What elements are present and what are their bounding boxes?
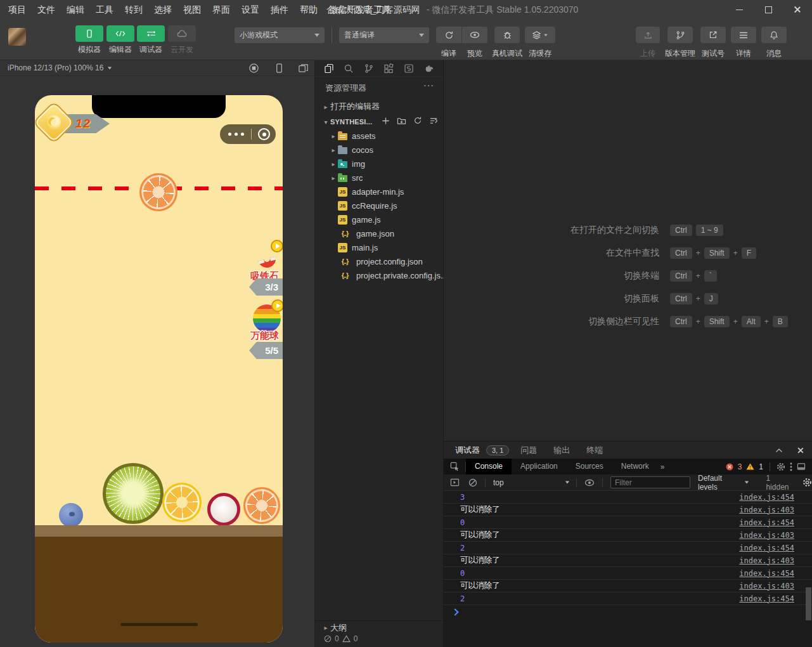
avatar[interactable] [8, 28, 26, 46]
source-link[interactable]: index.js:403 [739, 582, 794, 591]
maximize-button[interactable] [754, 0, 783, 19]
warning-count[interactable]: 1 [759, 462, 763, 471]
search-icon[interactable] [344, 63, 354, 74]
menu-item[interactable]: 文件 [32, 0, 61, 19]
kebab-menu-icon[interactable] [790, 462, 792, 471]
console-settings-gear-icon[interactable] [802, 478, 812, 487]
tree-file-row[interactable]: {..}game.json [315, 226, 443, 240]
phone-frame-icon[interactable] [274, 63, 285, 74]
compile-mode-select[interactable]: 普通编译 [339, 27, 429, 43]
new-file-icon[interactable] [382, 117, 390, 125]
tab-terminal[interactable]: 终端 [586, 445, 603, 456]
live-expression-eye-icon[interactable] [584, 479, 595, 487]
source-link[interactable]: index.js:454 [739, 569, 794, 578]
devtools-tab-application[interactable]: Application [512, 459, 567, 474]
minimize-button[interactable] [725, 0, 754, 19]
dock-side-icon[interactable] [797, 462, 806, 471]
tree-folder-row[interactable]: ▸cocos [315, 143, 443, 157]
multi-window-icon[interactable] [298, 63, 309, 74]
more-menu-button[interactable] [228, 133, 244, 136]
source-link[interactable]: index.js:403 [739, 556, 794, 565]
device-select[interactable]: iPhone 12/13 (Pro) 100% 16 [8, 63, 112, 72]
record-icon[interactable] [248, 63, 259, 74]
more-actions-icon[interactable]: ··· [423, 80, 434, 90]
game-mode-select[interactable]: 小游戏模式 [235, 27, 325, 43]
game-screen[interactable]: 12 [35, 95, 283, 643]
source-link[interactable]: index.js:454 [739, 493, 794, 502]
close-button[interactable] [783, 0, 812, 19]
tree-file-row[interactable]: JSmain.js [315, 240, 443, 254]
menu-item[interactable]: 设置 [236, 0, 265, 19]
tree-file-row[interactable]: {..}project.private.config.js... [315, 268, 443, 282]
extensions-icon[interactable] [383, 63, 394, 74]
tree-file-row[interactable]: {..}project.config.json [315, 254, 443, 268]
menu-item[interactable]: 项目 [3, 0, 32, 19]
test-account-button[interactable] [700, 27, 726, 43]
menu-item[interactable]: 转到 [119, 0, 148, 19]
devtools-tab-console[interactable]: Console [466, 459, 512, 474]
details-button[interactable] [731, 27, 756, 43]
devtools-tab-network[interactable]: Network [612, 459, 658, 474]
menu-item[interactable]: 插件 [265, 0, 294, 19]
cloud-dev-button[interactable]: 云开发 [167, 25, 197, 55]
tab-debugger[interactable]: 调试器 [455, 445, 480, 456]
tree-folder-row[interactable]: ▸img [315, 157, 443, 171]
upload-button[interactable] [636, 27, 660, 43]
version-control-button[interactable] [667, 27, 693, 43]
gear-icon[interactable] [777, 462, 785, 471]
menu-item[interactable]: 视图 [177, 0, 207, 19]
exit-target-button[interactable] [258, 128, 270, 140]
menu-item[interactable]: 界面 [207, 0, 236, 19]
menu-item[interactable]: 选择 [148, 0, 177, 19]
menu-item[interactable]: 工具 [90, 0, 119, 19]
source-link[interactable]: index.js:403 [739, 531, 794, 540]
panel-close-icon[interactable] [797, 447, 804, 454]
tab-problems[interactable]: 问题 [520, 445, 537, 456]
scrollbar-thumb[interactable] [806, 587, 811, 620]
source-control-icon[interactable] [364, 63, 374, 74]
magnet-prop-button[interactable] [254, 246, 280, 271]
filter-input[interactable] [610, 476, 690, 488]
refresh-icon[interactable] [413, 116, 422, 125]
tree-file-row[interactable]: JSccRequire.js [315, 199, 443, 212]
source-link[interactable]: index.js:454 [739, 544, 794, 552]
real-device-debug-button[interactable] [494, 27, 520, 43]
more-tabs-icon[interactable]: » [661, 462, 665, 471]
context-select[interactable]: top [493, 478, 570, 487]
messages-button[interactable] [761, 27, 787, 43]
open-editors-section[interactable]: ▸ 打开的编辑器 [321, 100, 380, 114]
teapot-icon[interactable] [423, 63, 434, 73]
editor-toggle-button[interactable]: 编辑器 [105, 25, 136, 55]
rainbow-ball-prop-button[interactable] [253, 304, 281, 332]
storage-icon[interactable] [404, 63, 414, 74]
clear-console-icon[interactable] [468, 478, 477, 487]
new-folder-icon[interactable] [397, 117, 406, 125]
files-explorer-icon[interactable] [324, 63, 334, 74]
tree-folder-row[interactable]: ▸assets [315, 129, 443, 143]
tree-folder-row[interactable]: ▸src [315, 171, 443, 185]
simulator-toggle-button[interactable]: 模拟器 [74, 25, 105, 55]
inspect-element-icon[interactable] [444, 462, 466, 472]
tree-file-row[interactable]: JSgame.js [315, 212, 443, 226]
preview-button[interactable] [462, 27, 487, 43]
console-sidebar-icon[interactable] [450, 478, 460, 487]
menu-item[interactable]: 编辑 [61, 0, 90, 19]
error-count[interactable]: 3 [738, 462, 742, 471]
log-levels-select[interactable]: Default levels [698, 474, 749, 492]
tab-output[interactable]: 输出 [553, 445, 570, 456]
clear-cache-button[interactable] [525, 27, 555, 43]
devtools-tab-sources[interactable]: Sources [567, 459, 612, 474]
tree-file-row[interactable]: JSadapter-min.js [315, 185, 443, 199]
debugger-toggle-button[interactable]: 调试器 [136, 25, 166, 55]
compile-button[interactable] [436, 27, 462, 43]
source-link[interactable]: index.js:454 [739, 594, 794, 603]
panel-collapse-icon[interactable] [775, 448, 783, 453]
collapse-folders-icon[interactable] [429, 117, 438, 125]
console-prompt[interactable] [444, 605, 812, 619]
source-link[interactable]: index.js:454 [739, 518, 794, 527]
outline-section[interactable]: ▸ 大纲 [315, 620, 443, 634]
orange-fruit [243, 487, 280, 524]
menu-item[interactable]: 帮助 [294, 0, 323, 19]
source-link[interactable]: index.js:403 [739, 506, 794, 514]
project-section[interactable]: ▾ SYNTHESI... [321, 115, 372, 129]
